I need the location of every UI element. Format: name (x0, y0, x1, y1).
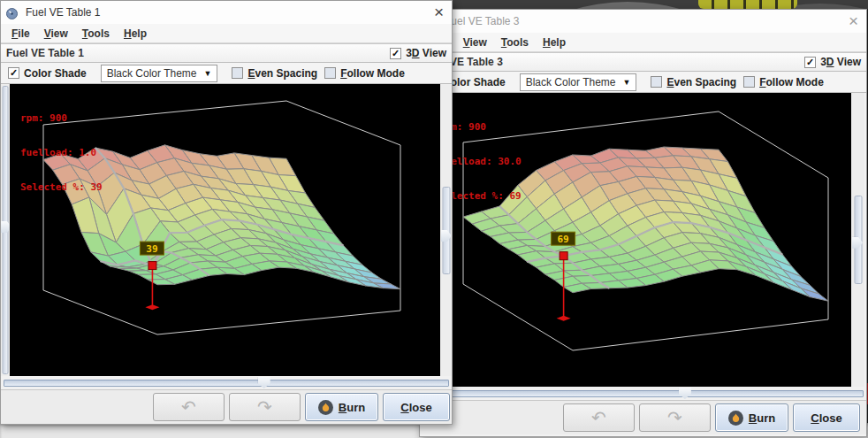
redo-button[interactable]: ↷ (639, 403, 711, 432)
tilt-slider-right[interactable] (440, 84, 452, 376)
window-fuel-ve-table-1: Fuel VE Table 1 × File View Tools Help F… (0, 0, 453, 425)
menu-view[interactable]: View (37, 27, 75, 40)
checkbox-unchecked-icon[interactable] (743, 76, 755, 88)
checkbox-unchecked-icon[interactable] (324, 67, 336, 79)
slider-thumb[interactable] (258, 377, 270, 388)
menubar: File View Tools Help (420, 33, 866, 52)
titlebar[interactable]: Fuel VE Table 1 × (1, 1, 452, 24)
window-title: Fuel VE Table 1 (26, 6, 101, 19)
follow-mode-toggle[interactable]: Follow Mode (324, 67, 405, 80)
gauge-yellow-band (698, 0, 797, 9)
menu-view[interactable]: View (456, 36, 494, 49)
rotate-slider-left[interactable] (1, 84, 10, 376)
table-header: Fuel VE Table 1 ✓ 3D View (1, 43, 452, 63)
checkbox-unchecked-icon[interactable] (232, 67, 243, 79)
follow-mode-toggle[interactable]: Follow Mode (743, 76, 824, 88)
svg-text:39: 39 (146, 243, 157, 255)
burn-button[interactable]: Burn (715, 403, 788, 432)
even-spacing-toggle[interactable]: Even Spacing (232, 67, 317, 80)
undo-icon: ↶ (591, 407, 606, 428)
table-title: Fuel VE Table 1 (6, 47, 84, 59)
checkbox-checked-icon[interactable]: ✓ (8, 67, 19, 79)
rotate-slider-bottom[interactable] (1, 376, 452, 389)
color-theme-select[interactable]: Black Color Theme ▼ (101, 65, 218, 82)
slider-thumb[interactable] (441, 230, 452, 242)
menu-tools[interactable]: Tools (494, 36, 536, 49)
titlebar[interactable]: Fuel VE Table 3 × (420, 10, 866, 33)
checkbox-checked-icon[interactable]: ✓ (804, 57, 816, 68)
svg-text:69: 69 (557, 234, 568, 245)
slider-thumb[interactable] (679, 388, 691, 399)
flame-icon (728, 411, 743, 426)
checkbox-unchecked-icon[interactable] (651, 76, 662, 88)
menubar: File View Tools Help (1, 24, 452, 43)
surface-3d-canvas[interactable]: 39 rpm: 900 fuelload: 1.0 Selected %: 39 (10, 84, 440, 376)
tilt-slider-right[interactable] (851, 93, 864, 387)
window-fuel-ve-table-3: Fuel VE Table 3 × File View Tools Help F… (419, 9, 867, 437)
close-button[interactable]: Close (383, 393, 450, 421)
cursor-readout: rpm: 900 fuelload: 1.0 Selected %: 39 (20, 89, 103, 216)
menu-tools[interactable]: Tools (75, 27, 117, 40)
menu-help[interactable]: Help (117, 27, 154, 40)
checkbox-checked-icon[interactable]: ✓ (390, 48, 401, 59)
app-icon (6, 7, 18, 19)
redo-icon: ↷ (667, 407, 682, 428)
color-shade-toggle[interactable]: ✓ Color Shade (8, 67, 87, 80)
undo-icon: ↶ (181, 396, 196, 418)
menu-help[interactable]: Help (536, 36, 573, 49)
chevron-down-icon: ▼ (204, 69, 212, 78)
surface-3d-canvas[interactable]: 69 rpm: 900 fuelload: 30.0 Selected %: 6… (429, 93, 851, 387)
button-bar: ↶ ↷ Burn Close (420, 400, 866, 434)
undo-button[interactable]: ↶ (563, 403, 635, 432)
table-header: Fuel VE Table 3 ✓ 3D View (420, 52, 866, 72)
button-bar: ↶ ↷ Burn Close (1, 389, 452, 424)
color-theme-select[interactable]: Black Color Theme ▼ (520, 73, 637, 91)
close-button[interactable]: Close (793, 403, 860, 432)
plot-toolbar: ✓ Color Shade Black Color Theme ▼ Even S… (420, 72, 866, 93)
redo-button[interactable]: ↷ (229, 393, 301, 421)
even-spacing-toggle[interactable]: Even Spacing (651, 76, 736, 88)
plot-toolbar: ✓ Color Shade Black Color Theme ▼ Even S… (1, 63, 452, 84)
flame-icon (318, 400, 333, 415)
plot-row: 69 rpm: 900 fuelload: 30.0 Selected %: 6… (420, 93, 866, 387)
redo-icon: ↷ (257, 396, 272, 418)
close-icon[interactable]: × (434, 2, 444, 23)
chevron-down-icon: ▼ (623, 78, 631, 87)
view3d-toggle[interactable]: ✓ 3D View (804, 56, 861, 68)
rotate-slider-bottom[interactable] (420, 387, 866, 400)
menu-file[interactable]: File (4, 27, 37, 40)
view3d-toggle[interactable]: ✓ 3D View (390, 47, 446, 59)
window-title: Fuel VE Table 3 (445, 15, 520, 27)
plot-row: 39 rpm: 900 fuelload: 1.0 Selected %: 39 (1, 84, 452, 376)
close-icon[interactable]: × (849, 11, 858, 32)
undo-button[interactable]: ↶ (153, 393, 225, 421)
burn-button[interactable]: Burn (305, 393, 378, 421)
